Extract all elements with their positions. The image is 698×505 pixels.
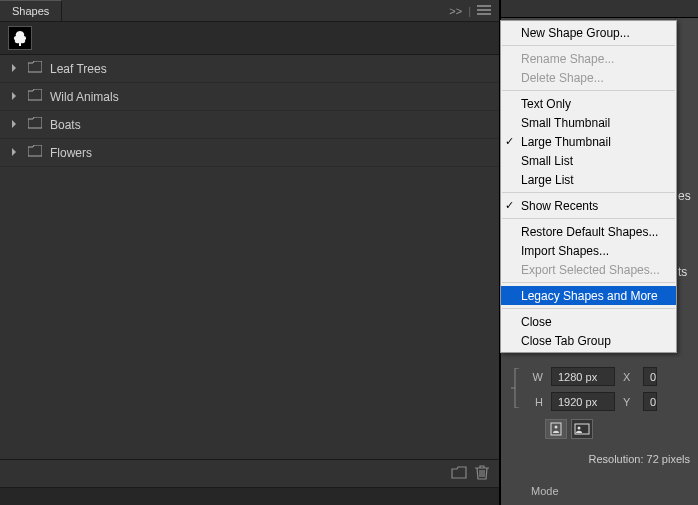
height-field[interactable]: 1920 px [551, 392, 615, 411]
menu-item-legacy-shapes-and-more[interactable]: Legacy Shapes and More [501, 286, 676, 305]
panel-header: Shapes >> | [0, 0, 499, 22]
menu-item-large-list[interactable]: Large List [501, 170, 676, 189]
chevron-right-icon [10, 63, 20, 74]
y-field[interactable]: 0 [643, 392, 657, 411]
menu-item-close[interactable]: Close [501, 312, 676, 331]
landscape-icon [574, 423, 590, 435]
menu-separator [502, 282, 675, 283]
width-row: W 1280 px X 0 [529, 367, 657, 386]
menu-item-rename-shape: Rename Shape... [501, 49, 676, 68]
folder-row[interactable]: Leaf Trees [0, 55, 499, 83]
menu-separator [502, 45, 675, 46]
shapes-folder-list: Leaf Trees Wild Animals Boats [0, 55, 499, 459]
folder-label: Flowers [50, 146, 92, 160]
properties-panel: W 1280 px X 0 H 1920 px Y 0 [501, 359, 698, 505]
menu-separator [502, 90, 675, 91]
panel-menu-button[interactable] [477, 5, 491, 17]
x-label: X [623, 371, 635, 383]
menu-item-small-list[interactable]: Small List [501, 151, 676, 170]
panel-label-stub: ts [678, 262, 698, 282]
shapes-panel: Shapes >> | [0, 0, 500, 505]
menu-item-delete-shape: Delete Shape... [501, 68, 676, 87]
shape-preview-row [0, 22, 499, 55]
menu-separator [502, 192, 675, 193]
menu-item-close-tab-group[interactable]: Close Tab Group [501, 331, 676, 350]
portrait-icon [550, 422, 562, 436]
shapes-tab[interactable]: Shapes [0, 0, 62, 21]
panel-collapse-button[interactable]: >> [449, 5, 462, 17]
divider: | [468, 5, 471, 17]
panel-footer [0, 459, 499, 487]
new-folder-icon[interactable] [451, 465, 467, 482]
height-row: H 1920 px Y 0 [529, 392, 657, 411]
panel-bottom-strip [0, 487, 499, 505]
trash-icon[interactable] [475, 464, 489, 483]
folder-label: Leaf Trees [50, 62, 107, 76]
chevron-right-icon [10, 147, 20, 158]
menu-item-show-recents[interactable]: ✓Show Recents [501, 196, 676, 215]
chevron-right-icon [10, 91, 20, 102]
svg-point-1 [555, 426, 558, 429]
width-field[interactable]: 1280 px [551, 367, 615, 386]
svg-point-3 [578, 427, 581, 430]
folder-icon [28, 117, 42, 132]
folder-row[interactable]: Wild Animals [0, 83, 499, 111]
resolution-value: 72 pixels [647, 453, 690, 465]
panel-label-stub: es [678, 186, 698, 206]
tree-icon [11, 29, 29, 47]
width-label: W [529, 371, 543, 383]
folder-icon [28, 61, 42, 76]
link-dimensions-icon[interactable] [511, 368, 521, 410]
x-field[interactable]: 0 [643, 367, 657, 386]
app-root: Shapes >> | [0, 0, 698, 505]
folder-row[interactable]: Boats [0, 111, 499, 139]
menu-item-large-thumbnail[interactable]: ✓Large Thumbnail [501, 132, 676, 151]
orientation-landscape-button[interactable] [571, 419, 593, 439]
menu-item-import-shapes[interactable]: Import Shapes... [501, 241, 676, 260]
menu-separator [502, 218, 675, 219]
check-icon: ✓ [505, 135, 514, 148]
mode-row: Mode [511, 473, 694, 497]
svg-rect-0 [551, 423, 561, 435]
mode-label: Mode [531, 485, 559, 497]
menu-item-text-only[interactable]: Text Only [501, 94, 676, 113]
right-panel-header [501, 0, 698, 18]
panel-context-menu: New Shape Group... Rename Shape... Delet… [500, 20, 677, 353]
resolution-row: Resolution: 72 pixels [511, 447, 694, 465]
check-icon: ✓ [505, 199, 514, 212]
folder-row[interactable]: Flowers [0, 139, 499, 167]
folder-icon [28, 89, 42, 104]
folder-label: Wild Animals [50, 90, 119, 104]
menu-item-small-thumbnail[interactable]: Small Thumbnail [501, 113, 676, 132]
chevron-right-icon [10, 119, 20, 130]
menu-item-new-shape-group[interactable]: New Shape Group... [501, 23, 676, 42]
shape-thumbnail[interactable] [8, 26, 32, 50]
menu-separator [502, 308, 675, 309]
orientation-portrait-button[interactable] [545, 419, 567, 439]
menu-item-export-selected-shapes: Export Selected Shapes... [501, 260, 676, 279]
y-label: Y [623, 396, 635, 408]
folder-icon [28, 145, 42, 160]
height-label: H [529, 396, 543, 408]
folder-label: Boats [50, 118, 81, 132]
menu-item-restore-default-shapes[interactable]: Restore Default Shapes... [501, 222, 676, 241]
resolution-label: Resolution: [588, 453, 643, 465]
